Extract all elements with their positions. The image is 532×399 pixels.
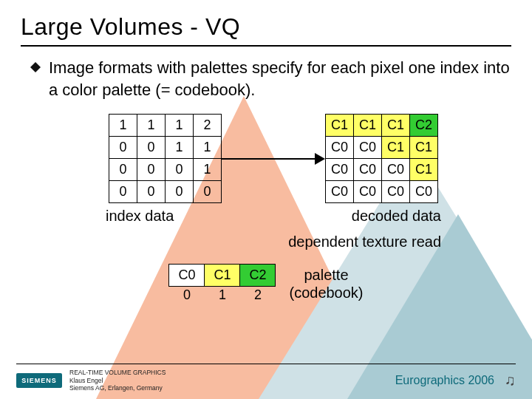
title-underline <box>21 45 511 47</box>
decoded-cell: C1 <box>382 115 410 137</box>
index-cell: 1 <box>166 115 194 137</box>
palette-label: palette (codebook) <box>289 266 363 301</box>
decoded-cell: C0 <box>410 181 438 203</box>
index-cell: 0 <box>109 159 137 181</box>
svg-marker-3 <box>30 62 41 72</box>
bullet-text: Image formats with palettes specify for … <box>49 57 511 100</box>
decoded-data-caption: decoded data <box>352 208 441 225</box>
decoded-cell: C2 <box>410 115 438 137</box>
decoded-cell: C0 <box>354 181 382 203</box>
arrow-right-icon <box>222 150 325 168</box>
slide-title: Large Volumes - VQ <box>21 13 511 41</box>
footer-rule <box>16 364 516 364</box>
decoded-cell: C1 <box>410 137 438 159</box>
index-data-grid: 1112001100010000 <box>109 114 222 203</box>
index-cell: 0 <box>166 181 194 203</box>
palette-cell: C2 <box>240 265 276 287</box>
index-cell: 1 <box>194 159 222 181</box>
dependent-texture-read-label: dependent texture read <box>21 233 511 250</box>
palette-cell: C1 <box>205 265 240 287</box>
index-cell: 0 <box>137 159 166 181</box>
music-note-icon: ♫ <box>505 372 516 389</box>
index-cell: 1 <box>109 115 137 137</box>
index-cell: 1 <box>166 137 194 159</box>
decoded-cell: C0 <box>354 137 382 159</box>
index-cell: 0 <box>166 159 194 181</box>
decoded-cell: C0 <box>354 159 382 181</box>
decoded-cell: C1 <box>382 137 410 159</box>
decoded-cell: C0 <box>382 181 410 203</box>
index-cell: 1 <box>137 115 166 137</box>
decoded-cell: C1 <box>354 115 382 137</box>
index-cell: 0 <box>194 181 222 203</box>
palette-cell: C0 <box>169 265 205 287</box>
siemens-logo: SIEMENS <box>16 373 62 388</box>
decoded-cell: C0 <box>382 159 410 181</box>
index-cell: 1 <box>194 137 222 159</box>
decoded-cell: C0 <box>326 181 354 203</box>
index-cell: 0 <box>109 137 137 159</box>
index-cell: 0 <box>137 181 166 203</box>
index-cell: 2 <box>194 115 222 137</box>
index-cell: 0 <box>109 181 137 203</box>
conference-label: Eurographics 2006 <box>395 374 494 387</box>
index-cell: 0 <box>137 137 166 159</box>
decoded-cell: C0 <box>326 137 354 159</box>
palette-index: 1 <box>205 287 240 304</box>
decoded-cell: C0 <box>326 159 354 181</box>
footer-credits: REAL-TIME VOLUME GRAPHICS Klaus Engel Si… <box>69 369 166 392</box>
decoded-cell: C1 <box>326 115 354 137</box>
bullet-diamond-icon <box>30 61 41 73</box>
index-data-caption: index data <box>106 208 174 225</box>
decoded-data-grid: C1C1C1C2C0C0C1C1C0C0C0C1C0C0C0C0 <box>325 114 438 203</box>
palette-index: 0 <box>169 287 205 304</box>
palette-table: C0C1C2012 <box>168 264 276 304</box>
decoded-cell: C1 <box>410 159 438 181</box>
palette-index: 2 <box>240 287 276 304</box>
